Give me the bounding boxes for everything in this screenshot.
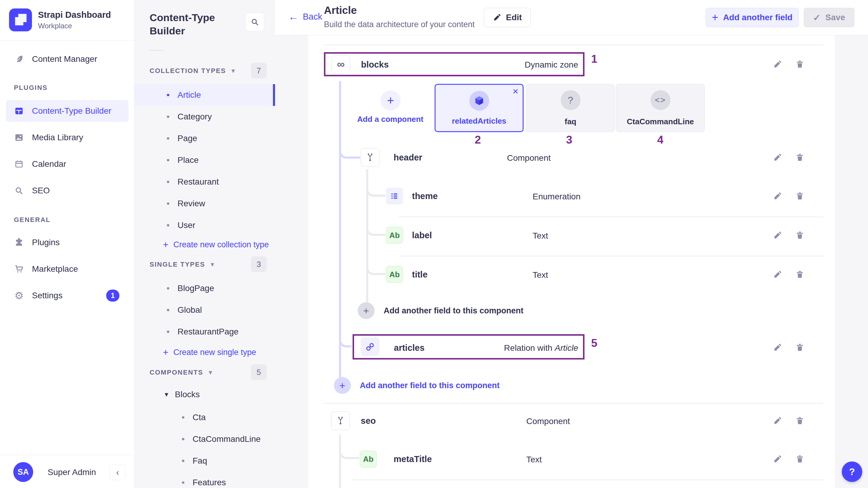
component-card-ctacommandline[interactable]: <> CtaCommandLine <box>616 84 705 132</box>
trash-icon[interactable] <box>795 343 805 352</box>
grid-icon <box>14 106 24 116</box>
sidebar-item-settings[interactable]: ⚙ Settings 1 <box>6 285 128 306</box>
sidebar-item-faq[interactable]: •Faq <box>134 450 275 472</box>
single-types-count: 3 <box>251 256 267 272</box>
fields-panel: ∞ blocks Dynamic zone 1 + Add a componen… <box>308 35 835 488</box>
sidebar-item-restaurant[interactable]: •Restaurant <box>134 171 275 193</box>
plus-icon: + <box>334 377 351 394</box>
section-single-types[interactable]: SINGLE TYPES ▼ <box>150 261 216 268</box>
pencil-icon[interactable] <box>773 343 782 352</box>
search-icon <box>250 18 259 27</box>
field-name-label: label <box>412 231 432 240</box>
tree-elbow <box>366 185 385 196</box>
sidebar-item-article[interactable]: • Article <box>134 84 275 106</box>
sidebar-item-content-type-builder[interactable]: Content-Type Builder <box>6 100 128 122</box>
strapi-logo-icon <box>9 8 32 31</box>
back-link[interactable]: ← Back <box>288 11 322 23</box>
sidebar-item-page[interactable]: •Page <box>134 128 275 149</box>
trash-icon[interactable] <box>795 416 805 426</box>
trash-icon[interactable] <box>795 153 805 162</box>
annotation-number-4: 4 <box>657 133 663 146</box>
component-card-faq[interactable]: ? faq <box>526 84 615 132</box>
close-icon[interactable]: × <box>513 85 519 97</box>
field-name-articles: articles <box>394 343 425 353</box>
section-collection-types[interactable]: COLLECTION TYPES ▼ <box>150 67 237 75</box>
sidebar-item-cta[interactable]: •Cta <box>134 406 275 428</box>
pencil-icon[interactable] <box>773 231 782 240</box>
row-actions-header <box>773 153 805 162</box>
component-card-label: CtaCommandLine <box>616 117 705 126</box>
avatar[interactable]: SA <box>13 462 33 482</box>
component-group-blocks[interactable]: ▼ Blocks <box>163 390 200 399</box>
add-field-to-dynamic-zone-button[interactable]: + Add another field to this component <box>334 377 499 394</box>
sidebar-item-media-library[interactable]: Media Library <box>6 127 128 148</box>
sidebar-item-label: Content-Type Builder <box>32 106 111 116</box>
add-component-button[interactable]: + <box>381 90 401 111</box>
sidebar-item-seo[interactable]: SEO <box>6 180 128 202</box>
field-name-blocks: blocks <box>361 60 389 70</box>
edit-button[interactable]: Edit <box>484 8 531 27</box>
sidebar-item-global[interactable]: •Global <box>134 299 275 321</box>
app-sidebar: Strapi Dashboard Workplace Content Manag… <box>0 0 134 488</box>
feather-icon <box>14 54 24 64</box>
trash-icon[interactable] <box>795 231 805 240</box>
row-actions-title <box>773 270 805 279</box>
add-field-to-component-button[interactable]: + Add another field to this component <box>358 302 523 319</box>
trash-icon[interactable] <box>795 454 805 464</box>
trash-icon[interactable] <box>795 270 805 279</box>
sidebar-item-label: SEO <box>32 186 50 195</box>
tree-elbow <box>366 224 385 236</box>
chevron-down-icon: ▼ <box>208 369 214 376</box>
sidebar-item-plugins[interactable]: Plugins <box>6 232 128 253</box>
brand-title: Strapi Dashboard <box>38 10 111 20</box>
main-header: ← Back Article Build the data architectu… <box>275 0 868 35</box>
sidebar-item-ctacommandline[interactable]: •CtaCommandLine <box>134 428 275 450</box>
collection-types-count: 7 <box>251 63 267 79</box>
create-single-type-link[interactable]: + Create new single type <box>163 347 256 358</box>
trash-icon[interactable] <box>795 191 805 201</box>
row-actions-seo <box>773 416 805 426</box>
section-components[interactable]: COMPONENTS ▼ <box>150 369 214 376</box>
field-type-header: Component <box>507 153 551 163</box>
collapse-sidebar-button[interactable]: ‹ <box>110 464 125 480</box>
sidebar-item-review[interactable]: •Review <box>134 193 275 214</box>
nav-section-general: GENERAL <box>14 216 51 224</box>
sidebar-item-user[interactable]: •User <box>134 214 275 236</box>
sidebar-item-restaurantpage[interactable]: •RestaurantPage <box>134 321 275 343</box>
help-button[interactable]: ? <box>842 461 862 482</box>
create-collection-type-link[interactable]: + Create new collection type <box>163 239 269 250</box>
pencil-icon[interactable] <box>773 454 782 464</box>
brand[interactable]: Strapi Dashboard Workplace <box>9 8 111 31</box>
pencil-icon[interactable] <box>773 416 782 426</box>
component-card-relatedarticles[interactable]: × relatedArticles <box>435 84 524 132</box>
sidebar-item-calendar[interactable]: Calendar <box>6 153 128 175</box>
sidebar-item-category[interactable]: •Category <box>134 106 275 128</box>
sidebar-item-marketplace[interactable]: Marketplace <box>6 258 128 280</box>
divider <box>399 256 824 256</box>
cube-icon <box>469 91 489 111</box>
pencil-icon[interactable] <box>773 270 782 279</box>
field-name-title: title <box>412 270 428 280</box>
brand-subtitle: Workplace <box>38 22 111 30</box>
puzzle-icon <box>14 237 24 248</box>
save-button[interactable]: ✓ Save <box>804 8 855 27</box>
sidebar-item-label: Plugins <box>32 238 60 247</box>
plus-icon: + <box>358 302 375 319</box>
add-component-label[interactable]: Add a component <box>351 115 430 124</box>
sidebar-item-blogpage[interactable]: •BlogPage <box>134 277 275 299</box>
add-another-field-button[interactable]: + Add another field <box>706 8 799 27</box>
enumeration-icon <box>386 188 403 205</box>
pencil-icon[interactable] <box>773 191 782 201</box>
pencil-icon[interactable] <box>773 59 782 69</box>
trash-icon[interactable] <box>795 59 805 69</box>
pencil-icon[interactable] <box>773 153 782 162</box>
pencil-icon <box>493 13 501 22</box>
sidebar-item-features[interactable]: •Features <box>134 472 275 488</box>
sidebar-item-content-manager[interactable]: Content Manager <box>6 48 128 70</box>
search-button[interactable] <box>246 13 264 31</box>
field-name-theme: theme <box>412 191 438 201</box>
sidebar-item-place[interactable]: •Place <box>134 149 275 171</box>
components-count: 5 <box>251 364 267 380</box>
divider <box>352 480 824 480</box>
dynamic-zone-icon: ∞ <box>332 55 350 73</box>
